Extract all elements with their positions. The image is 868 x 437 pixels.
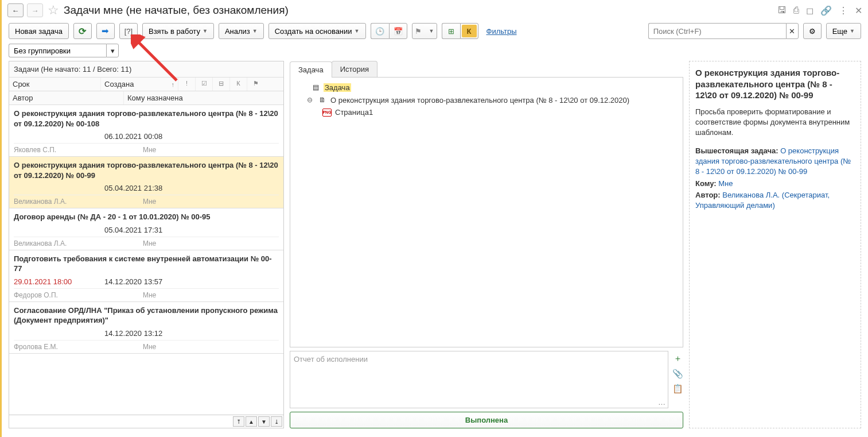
more-button[interactable]: Еще▼	[826, 23, 861, 39]
info-author-label: Автор:	[695, 191, 721, 199]
col-whom[interactable]: Кому назначена	[124, 91, 283, 105]
task-item-title: О реконструкция здания торгово-развлекат…	[14, 109, 279, 129]
forward-arrow-icon: ➡	[102, 26, 109, 36]
schedule-add-button[interactable]: 📅	[389, 23, 407, 39]
filters-link[interactable]: Фильтры	[486, 27, 517, 36]
page-title: Задачи мне (не начатые, без ознакомления…	[64, 4, 289, 17]
col-tree-icon[interactable]: ⊟	[213, 78, 230, 91]
take-to-work-button[interactable]: Взять в работу▼	[142, 23, 214, 39]
task-tree-panel: ▤ Задача ⊖ 🗎 О реконструкция здания торг…	[290, 78, 683, 347]
k-icon: К	[462, 25, 477, 37]
tree-collapse-icon[interactable]: ⊖	[305, 95, 314, 105]
refresh-button[interactable]: ⟳	[73, 23, 92, 39]
flag-button[interactable]: ⚑▼	[412, 23, 437, 39]
report-expand-icon[interactable]: …	[658, 398, 665, 407]
k-button[interactable]: К	[460, 23, 478, 39]
task-item-whom: Мне	[143, 146, 279, 154]
flag-icon: ⚑	[415, 27, 422, 36]
search-field-wrap: ✕	[648, 23, 799, 39]
tree-page-label: Страница1	[335, 108, 373, 117]
col-created[interactable]: Создана↑	[101, 78, 178, 91]
grouping-dropdown-button[interactable]: ▾	[106, 44, 119, 57]
new-task-button[interactable]: Новая задача	[9, 23, 69, 39]
task-items-container: О реконструкция здания торгово-развлекат…	[9, 105, 283, 415]
task-summary: Задачи (Не начато: 11 / Всего: 11)	[9, 61, 283, 78]
done-button[interactable]: Выполнена	[290, 412, 683, 428]
tree-view-button[interactable]: ⊞	[442, 23, 460, 39]
info-whom-link[interactable]: Мне	[718, 179, 733, 188]
search-clear-button[interactable]: ✕	[786, 23, 799, 39]
col-flag-icon[interactable]: ⚑	[247, 78, 264, 91]
pager-first-button[interactable]: ⤒	[233, 416, 244, 427]
task-item[interactable]: Согласование ОРД/ЛНА "Приказ об установл…	[9, 302, 283, 354]
task-detail-panel: Задача История ▤ Задача ⊖ 🗎 О реконструк…	[290, 61, 683, 428]
attachment-clip-icon[interactable]: 📎	[672, 369, 683, 379]
kebab-menu-icon[interactable]: ⋮	[839, 5, 848, 16]
task-item-title: Подготовить требования к системе внутрен…	[14, 254, 279, 274]
task-item[interactable]: О реконструкция здания торгово-развлекат…	[9, 157, 283, 208]
task-item-title: О реконструкция здания торгово-развлекат…	[14, 160, 279, 180]
pager-up-button[interactable]: ▲	[246, 416, 257, 427]
tree-root-label: Задача	[324, 83, 351, 92]
tree-page-row[interactable]: PNG Страница1	[294, 106, 679, 118]
task-item-whom: Мне	[143, 291, 279, 299]
gear-icon: ⚙	[809, 27, 816, 36]
col-k[interactable]: К	[230, 78, 247, 91]
info-whom-label: Кому:	[695, 179, 717, 188]
task-item-created: 05.04.2021 21:38	[104, 184, 162, 192]
col-author[interactable]: Автор	[9, 91, 124, 105]
detail-tabs: Задача История	[290, 61, 683, 78]
attachment-paste-icon[interactable]: 📋	[672, 384, 683, 394]
forward-action-button[interactable]: ➡	[96, 23, 115, 39]
col-mark2-icon[interactable]: ☑	[196, 78, 213, 91]
attachment-add-icon[interactable]: ＋	[674, 353, 682, 364]
pager-down-button[interactable]: ▼	[258, 416, 270, 427]
task-item-created: 06.10.2021 00:08	[104, 132, 162, 141]
tree-doc-row[interactable]: ⊖ 🗎 О реконструкция здания торгово-развл…	[294, 94, 679, 106]
task-item-author: Великанова Л.А.	[14, 239, 143, 247]
close-icon[interactable]: ✕	[855, 5, 862, 16]
settings-button[interactable]: ⚙	[803, 23, 822, 39]
refresh-icon: ⟳	[79, 26, 86, 37]
col-srok[interactable]: Срок	[9, 78, 101, 91]
save-icon[interactable]: 🖫	[777, 5, 787, 16]
pager-last-button[interactable]: ⤓	[271, 416, 282, 427]
task-item[interactable]: О реконструкция здания торгово-развлекат…	[9, 105, 283, 157]
task-item-due	[14, 329, 104, 338]
chevron-down-icon: ▼	[355, 28, 360, 34]
task-item-whom: Мне	[143, 239, 279, 247]
tab-task[interactable]: Задача	[290, 61, 332, 78]
info-title: О реконструкция здания торгово-развлекат…	[695, 67, 855, 101]
task-item-due	[14, 184, 104, 192]
task-item[interactable]: Договор аренды (№ ДА - 20 - 1 от 10.01.2…	[9, 208, 283, 250]
task-list-pager: ⤒ ▲ ▼ ⤓	[9, 415, 283, 428]
schedule-button[interactable]: 🕒	[371, 23, 389, 39]
titlebar: ← → ☆ Задачи мне (не начатые, без ознако…	[2, 0, 868, 21]
print-icon[interactable]: ⎙	[793, 5, 799, 16]
create-based-on-button[interactable]: Создать на основании▼	[268, 23, 366, 39]
favorite-star-icon[interactable]: ☆	[48, 3, 59, 18]
report-textarea[interactable]: Отчет об исполнении …	[290, 351, 668, 408]
tree-icon: ⊞	[448, 27, 454, 36]
analysis-button[interactable]: Анализ▼	[219, 23, 264, 39]
col-mark1-icon[interactable]: !	[178, 78, 196, 91]
window-icon[interactable]: ◻	[806, 5, 813, 16]
tab-history[interactable]: История	[332, 61, 377, 77]
link-icon[interactable]: 🔗	[820, 5, 832, 16]
help-button[interactable]: [?]	[119, 23, 138, 39]
task-item[interactable]: Подготовить требования к системе внутрен…	[9, 250, 283, 302]
chevron-down-icon: ▼	[429, 28, 434, 34]
nav-back-button[interactable]: ←	[7, 3, 24, 17]
tree-root-row[interactable]: ▤ Задача	[294, 81, 679, 94]
task-item-whom: Мне	[143, 343, 279, 351]
search-input[interactable]	[648, 23, 786, 39]
grouping-toolbar: ▾	[2, 44, 868, 61]
grouping-combo[interactable]	[9, 44, 106, 57]
chevron-down-icon: ▼	[850, 28, 855, 34]
task-item-due: 29.01.2021 18:00	[14, 277, 104, 286]
task-item-title: Договор аренды (№ ДА - 20 - 1 от 10.01.2…	[14, 212, 279, 222]
task-item-created: 14.12.2020 13:57	[104, 277, 162, 286]
calendar-add-icon: 📅	[394, 27, 403, 36]
nav-forward-button[interactable]: →	[27, 3, 43, 17]
task-item-created: 14.12.2020 13:12	[104, 329, 162, 338]
